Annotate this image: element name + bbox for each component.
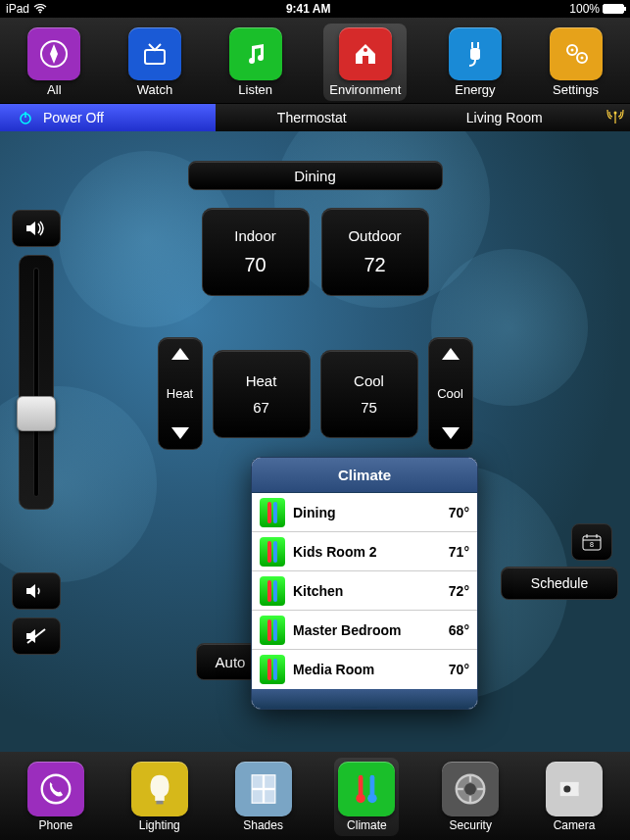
volume-slider[interactable] bbox=[19, 255, 54, 510]
heat-up-button[interactable] bbox=[171, 348, 189, 360]
popover-footer bbox=[252, 689, 477, 709]
top-nav-watch[interactable]: Watch bbox=[122, 24, 187, 101]
subbar-room[interactable]: Living Room bbox=[409, 104, 602, 131]
nav-label: Climate bbox=[347, 818, 387, 832]
nav-label: Settings bbox=[553, 82, 599, 97]
calendar-button[interactable]: 8 bbox=[571, 523, 612, 561]
heat-stepper: Heat bbox=[158, 337, 203, 450]
svg-point-4 bbox=[363, 48, 367, 52]
climate-row[interactable]: Media Room70° bbox=[252, 650, 477, 689]
calendar-icon: 8 bbox=[582, 533, 602, 551]
top-nav: AllWatchListenEnvironmentEnergySettings bbox=[0, 18, 630, 104]
cool-stepper: Cool bbox=[428, 337, 473, 450]
svg-rect-29 bbox=[370, 775, 375, 796]
speaker-quiet-icon bbox=[25, 582, 47, 600]
top-nav-energy[interactable]: Energy bbox=[443, 24, 508, 101]
nav-label: Energy bbox=[455, 82, 495, 97]
main-area: Dining Indoor 70 Outdoor 72 Heat Heat 67… bbox=[0, 131, 630, 752]
antenna-icon[interactable] bbox=[601, 104, 630, 131]
nav-label: Environment bbox=[329, 82, 401, 97]
svg-point-28 bbox=[357, 794, 366, 804]
power-icon bbox=[18, 110, 33, 125]
thermometer-icon bbox=[260, 498, 285, 527]
power-off-button[interactable]: Power Off bbox=[0, 104, 216, 131]
svg-point-0 bbox=[39, 12, 41, 14]
thermometer-icon bbox=[260, 655, 285, 684]
climate-row[interactable]: Kitchen72° bbox=[252, 571, 477, 611]
svg-point-37 bbox=[563, 785, 570, 792]
climate-popover: Climate Dining70°Kids Room 271°Kitchen72… bbox=[251, 457, 478, 710]
thermometer-icon bbox=[338, 762, 395, 816]
heat-setpoint-tile: Heat 67 bbox=[213, 350, 311, 438]
top-nav-all[interactable]: All bbox=[22, 24, 86, 101]
speaker-loud-icon bbox=[25, 220, 47, 237]
plug-icon bbox=[449, 27, 502, 80]
svg-marker-2 bbox=[50, 44, 58, 64]
bottom-nav-camera[interactable]: Camera bbox=[542, 758, 606, 836]
subbar-thermostat[interactable]: Thermostat bbox=[216, 104, 409, 131]
bottom-nav-phone[interactable]: Phone bbox=[24, 758, 88, 836]
thermometer-icon bbox=[260, 576, 285, 606]
thermometer-icon bbox=[260, 616, 285, 645]
status-bar: iPad 9:41 AM 100% bbox=[0, 0, 630, 18]
volume-slider-thumb[interactable] bbox=[17, 396, 56, 431]
climate-row[interactable]: Kids Room 271° bbox=[252, 532, 477, 571]
heat-down-button[interactable] bbox=[171, 427, 189, 439]
bottom-nav: PhoneLightingShadesClimateSecurityCamera bbox=[0, 752, 630, 840]
status-time: 9:41 AM bbox=[47, 2, 569, 16]
house-icon bbox=[339, 27, 392, 80]
svg-text:8: 8 bbox=[590, 541, 594, 548]
bottom-nav-lighting[interactable]: Lighting bbox=[127, 758, 192, 836]
window-icon bbox=[235, 762, 292, 816]
svg-point-22 bbox=[42, 775, 71, 804]
climate-room-name: Kids Room 2 bbox=[293, 544, 449, 560]
battery-label: 100% bbox=[569, 2, 600, 16]
nav-label: Lighting bbox=[139, 818, 180, 832]
volume-down-button[interactable] bbox=[12, 572, 61, 610]
climate-row[interactable]: Master Bedroom68° bbox=[252, 611, 477, 650]
gears-icon bbox=[550, 27, 603, 80]
nav-label: Security bbox=[450, 818, 492, 832]
vault-icon bbox=[442, 762, 499, 816]
mute-button[interactable] bbox=[12, 618, 61, 655]
top-nav-settings[interactable]: Settings bbox=[544, 24, 608, 101]
camera-icon bbox=[546, 762, 603, 816]
nav-label: All bbox=[47, 82, 61, 97]
battery-icon bbox=[603, 4, 624, 14]
climate-room-temp: 72° bbox=[449, 583, 469, 599]
svg-point-32 bbox=[464, 783, 476, 795]
device-label: iPad bbox=[6, 2, 29, 16]
cool-down-button[interactable] bbox=[442, 427, 460, 439]
svg-point-11 bbox=[570, 49, 573, 52]
svg-point-30 bbox=[368, 794, 378, 804]
bottom-nav-shades[interactable]: Shades bbox=[231, 758, 296, 836]
power-label: Power Off bbox=[43, 110, 104, 125]
tv-icon bbox=[128, 27, 181, 80]
indoor-temp-tile: Indoor 70 bbox=[202, 208, 310, 296]
schedule-label[interactable]: Schedule bbox=[501, 567, 618, 600]
nav-label: Shades bbox=[243, 818, 283, 832]
climate-room-temp: 70° bbox=[449, 662, 469, 677]
music-icon bbox=[229, 27, 282, 80]
outdoor-temp-tile: Outdoor 72 bbox=[321, 208, 429, 296]
wifi-icon bbox=[33, 4, 47, 14]
climate-room-name: Dining bbox=[293, 505, 449, 520]
nav-label: Phone bbox=[39, 818, 73, 832]
volume-up-button[interactable] bbox=[12, 210, 61, 247]
phone-icon bbox=[27, 762, 84, 816]
top-nav-listen[interactable]: Listen bbox=[223, 24, 288, 101]
svg-rect-23 bbox=[156, 801, 163, 805]
top-nav-environment[interactable]: Environment bbox=[323, 24, 407, 101]
bottom-nav-security[interactable]: Security bbox=[438, 758, 503, 836]
climate-room-name: Media Room bbox=[293, 662, 449, 677]
nav-label: Listen bbox=[238, 82, 272, 97]
climate-room-name: Kitchen bbox=[293, 583, 449, 599]
cool-up-button[interactable] bbox=[442, 348, 460, 360]
room-label[interactable]: Dining bbox=[188, 161, 443, 190]
bottom-nav-climate[interactable]: Climate bbox=[334, 758, 399, 836]
climate-row[interactable]: Dining70° bbox=[252, 493, 477, 532]
svg-rect-3 bbox=[145, 50, 165, 64]
svg-rect-5 bbox=[363, 56, 368, 64]
climate-room-temp: 71° bbox=[449, 544, 469, 560]
climate-room-temp: 68° bbox=[449, 622, 469, 638]
